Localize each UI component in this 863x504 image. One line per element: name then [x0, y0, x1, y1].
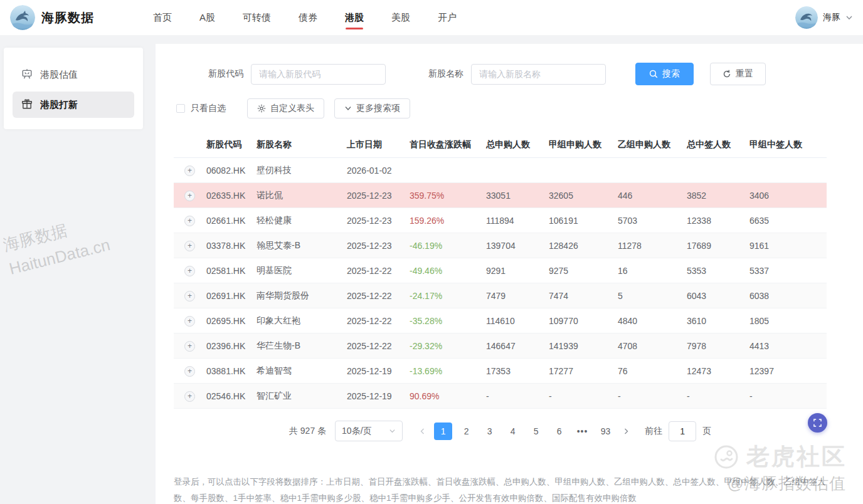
watermark-haitun: 海豚数据 HaitunData.cn — [1, 209, 113, 281]
expand-row-button[interactable]: + — [184, 291, 195, 302]
expand-cell: + — [174, 208, 203, 233]
more-search-button[interactable]: 更多搜索项 — [334, 98, 410, 118]
nav-item-5[interactable]: 港股 — [331, 0, 378, 35]
user-menu[interactable]: 海豚 — [795, 6, 853, 29]
expand-row-button[interactable]: + — [184, 391, 195, 402]
listing-date-cell: 2025-12-22 — [343, 308, 406, 333]
nav-item-4[interactable]: 债券 — [285, 0, 331, 35]
goto-page-input[interactable] — [669, 421, 696, 441]
page-number-6[interactable]: 6 — [550, 423, 568, 440]
col-header-9: 甲组中签人数 — [746, 132, 827, 158]
reset-button[interactable]: 重置 — [710, 63, 766, 85]
stock-code-cell: 02635.HK — [203, 183, 253, 208]
table-header-row: 新股代码新股名称上市日期首日收盘涨跌幅总申购人数甲组申购人数乙组申购人数总中签人… — [174, 132, 827, 158]
nav-item-7[interactable]: 开户 — [424, 0, 470, 35]
expand-row-button[interactable]: + — [184, 266, 195, 276]
first-day-change-cell — [406, 158, 482, 183]
chevron-down-icon — [344, 105, 352, 112]
sidebar-item-2[interactable]: 港股打新 — [13, 92, 134, 118]
expand-row-button[interactable]: + — [184, 366, 195, 377]
nav-item-1[interactable]: 首页 — [139, 0, 186, 35]
col-header-1: 新股代码 — [203, 132, 253, 158]
expand-row-button[interactable]: + — [184, 241, 195, 251]
chevron-down-icon — [389, 428, 396, 434]
custom-header-button[interactable]: 自定义表头 — [247, 98, 324, 118]
prev-page-icon[interactable] — [414, 423, 431, 440]
stock-code-cell: 03881.HK — [203, 359, 253, 384]
total-subscribers-cell — [482, 158, 545, 183]
top-header: 海豚数据 首页A股可转债债券港股美股开户 海豚 — [0, 0, 863, 35]
stock-name-cell: 南华期货股份 — [253, 283, 343, 308]
table-row: +02396.HK华芢生物-B2025-12-22-29.32%14664714… — [174, 333, 827, 359]
page-number-1[interactable]: 1 — [434, 423, 452, 440]
col-header-5: 总申购人数 — [482, 132, 545, 158]
expand-row-button[interactable]: + — [184, 191, 195, 201]
total-winners-cell: 17689 — [683, 233, 746, 258]
sidebar-item-1[interactable]: 港股估值 — [13, 61, 134, 88]
group-b-subscribers-cell: 4708 — [614, 333, 683, 359]
stock-name-input[interactable] — [471, 64, 606, 85]
group-b-subscribers-cell: 16 — [614, 258, 683, 283]
expand-row-button[interactable]: + — [184, 165, 195, 176]
page-number-5[interactable]: 5 — [527, 423, 545, 440]
page-size-select[interactable]: 10条/页 — [335, 421, 403, 441]
page-number-4[interactable]: 4 — [504, 423, 522, 440]
more-pages-icon[interactable]: ••• — [573, 423, 591, 440]
expand-row-button[interactable]: + — [184, 316, 195, 327]
stock-code-cell: 03378.HK — [203, 233, 253, 258]
search-button[interactable]: 搜索 — [635, 63, 694, 85]
next-page-icon[interactable] — [617, 423, 635, 440]
expand-row-button[interactable]: + — [184, 341, 195, 352]
watchlist-label: 只看自选 — [191, 103, 226, 114]
screenshot-float-button[interactable] — [808, 413, 827, 433]
page-number-2[interactable]: 2 — [457, 423, 475, 440]
group-b-subscribers-cell: 446 — [614, 183, 683, 208]
group-a-winners-cell — [746, 158, 827, 183]
nav-item-6[interactable]: 美股 — [378, 0, 424, 35]
group-a-subscribers-cell: 109770 — [545, 308, 614, 333]
total-winners-cell: 5353 — [683, 258, 746, 283]
expand-cell: + — [174, 333, 203, 359]
total-winners-cell: - — [683, 384, 746, 409]
nav-item-2[interactable]: A股 — [186, 0, 229, 35]
listing-date-cell: 2026-01-02 — [343, 158, 406, 183]
group-a-subscribers-cell: 106191 — [545, 208, 614, 233]
listing-date-cell: 2025-12-22 — [343, 258, 406, 283]
brand[interactable]: 海豚数据 — [10, 5, 94, 30]
listing-date-cell: 2025-12-23 — [343, 208, 406, 233]
group-a-winners-cell: 4413 — [746, 333, 827, 359]
stock-code-input[interactable] — [251, 64, 386, 85]
col-header-6: 甲组申购人数 — [545, 132, 614, 158]
page-number-93[interactable]: 93 — [596, 423, 615, 440]
table-row: +02691.HK南华期货股份2025-12-22-24.17%74797474… — [174, 283, 827, 308]
dolphin-logo-icon — [10, 5, 35, 30]
total-winners-cell: 6043 — [683, 283, 746, 308]
sidebar-item-label: 港股打新 — [40, 99, 78, 111]
col-header-8: 总中签人数 — [683, 132, 746, 158]
goto-label: 前往 — [645, 426, 662, 437]
total-count: 共 927 条 — [289, 426, 326, 437]
watchlist-checkbox[interactable] — [176, 104, 185, 113]
listing-date-cell: 2025-12-23 — [343, 183, 406, 208]
group-b-subscribers-cell: 5 — [614, 283, 683, 308]
nav-item-label: 可转债 — [243, 12, 271, 24]
gift-icon — [21, 98, 33, 112]
expand-row-button[interactable]: + — [184, 216, 195, 226]
nav-item-label: 债券 — [299, 12, 317, 24]
group-a-winners-cell: 3406 — [746, 183, 827, 208]
expand-cell: + — [174, 183, 203, 208]
col-header-4: 首日收盘涨跌幅 — [406, 132, 482, 158]
first-day-change-cell: 159.26% — [406, 208, 482, 233]
nav-item-3[interactable]: 可转债 — [229, 0, 285, 35]
group-a-subscribers-cell: 17277 — [545, 359, 614, 384]
group-a-subscribers-cell: 141939 — [545, 333, 614, 359]
page-number-3[interactable]: 3 — [480, 423, 499, 440]
scan-brackets-icon — [813, 419, 822, 427]
table-row: +02695.HK印象大红袍2025-12-22-35.28%114610109… — [174, 308, 827, 333]
listing-date-cell: 2025-12-22 — [343, 283, 406, 308]
total-subscribers-cell: 9291 — [482, 258, 545, 283]
nav-item-label: 港股 — [345, 12, 364, 24]
total-winners-cell: 3852 — [683, 183, 746, 208]
expand-cell: + — [174, 233, 203, 258]
stock-name-cell: 华芢生物-B — [253, 333, 343, 359]
